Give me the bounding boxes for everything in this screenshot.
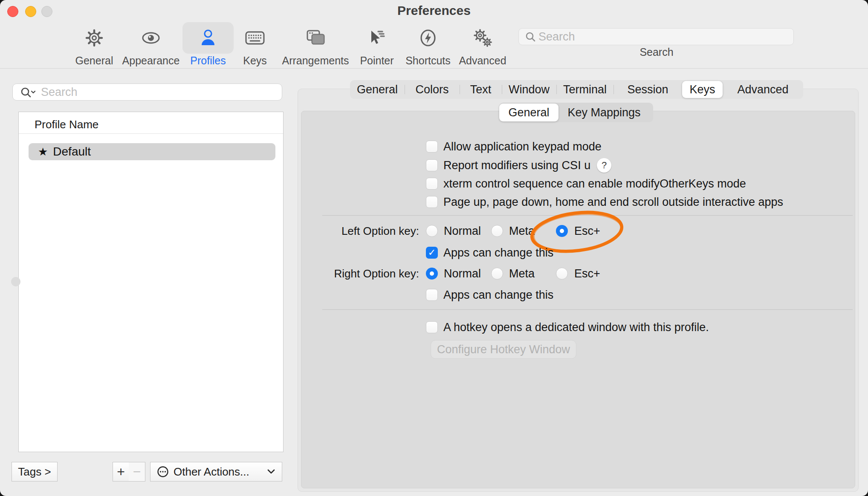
tags-button-label: Tags >: [18, 465, 51, 479]
left-option-normal-radio[interactable]: [426, 225, 438, 237]
star-icon: ★: [38, 145, 48, 159]
tab-advanced[interactable]: Advanced: [723, 80, 803, 99]
toolbar-item-profiles[interactable]: Profiles: [182, 22, 234, 67]
apps-change-left-checkbox[interactable]: [426, 247, 438, 259]
sidebar-resize-dot[interactable]: [11, 277, 20, 286]
window-title: Preferences: [0, 3, 868, 18]
scoped-search-icon[interactable]: [20, 87, 38, 98]
hotkey-checkbox[interactable]: [426, 321, 438, 333]
keyboard-icon: [244, 28, 266, 48]
cursor-icon: [367, 28, 387, 48]
circled-ellipsis-icon: [156, 465, 169, 478]
apps-change-right-label: Apps can change this: [443, 288, 553, 302]
apps-change-right-checkbox[interactable]: [426, 289, 438, 301]
profile-tabs: General Colors Text Window Terminal Sess…: [350, 80, 803, 99]
toolbar-item-arrangements[interactable]: Arrangements: [277, 22, 354, 67]
subtab-general[interactable]: General: [499, 104, 558, 121]
row-csi-u: Report modifiers using CSI u: [426, 156, 590, 175]
toolbar-item-appearance[interactable]: Appearance: [121, 22, 181, 67]
toolbar-label: Pointer: [353, 55, 400, 67]
left-option-esc-label: Esc+: [574, 225, 600, 238]
left-option-meta-label: Meta: [509, 225, 556, 238]
configure-hotkey-button[interactable]: Configure Hotkey Window: [431, 340, 576, 359]
profile-row-default[interactable]: ★ Default: [29, 143, 275, 160]
right-option-esc-label: Esc+: [574, 267, 600, 280]
tab-colors[interactable]: Colors: [405, 80, 460, 99]
toolbar-item-shortcuts[interactable]: Shortcuts: [400, 22, 456, 67]
tab-text[interactable]: Text: [460, 80, 502, 99]
other-actions-label: Other Actions...: [174, 465, 249, 479]
chevron-down-icon: [267, 469, 275, 474]
person-icon: [198, 28, 218, 48]
help-button[interactable]: ?: [597, 158, 611, 173]
toolbar-label: Appearance: [121, 55, 181, 67]
page-scroll-label: Page up, page down, home and end scroll …: [443, 196, 783, 209]
hotkey-label: A hotkey opens a dedicated window with t…: [443, 321, 709, 334]
toolbar-label: Arrangements: [277, 55, 354, 67]
csi-u-label: Report modifiers using CSI u: [443, 159, 590, 172]
windows-icon: [305, 28, 326, 48]
tab-terminal[interactable]: Terminal: [556, 80, 613, 99]
divider: [322, 215, 853, 216]
toolbar-item-advanced[interactable]: Advanced: [455, 22, 510, 67]
left-option-normal-label: Normal: [444, 225, 491, 238]
minus-icon: −: [133, 464, 141, 480]
row-xterm-modify: xterm control sequence can enable modify…: [426, 174, 746, 193]
row-apps-change-right: Apps can change this: [426, 285, 553, 304]
left-option-radios: Normal Meta Esc+: [426, 222, 600, 240]
allow-keypad-label: Allow application keypad mode: [443, 140, 602, 153]
preferences-window: Preferences General Appearance: [0, 0, 868, 496]
left-option-esc-radio[interactable]: [556, 225, 568, 237]
right-option-normal-radio[interactable]: [426, 268, 438, 280]
xterm-modify-checkbox[interactable]: [426, 178, 438, 190]
xterm-modify-label: xterm control sequence can enable modify…: [443, 177, 746, 190]
toolbar-label: Shortcuts: [400, 55, 456, 67]
right-option-esc-radio[interactable]: [556, 268, 568, 280]
tab-window[interactable]: Window: [502, 80, 556, 99]
left-option-label: Left Option key:: [298, 222, 419, 240]
gears-icon: [472, 28, 493, 48]
apps-change-left-label: Apps can change this: [443, 246, 553, 260]
row-apps-change-left: Apps can change this: [426, 243, 553, 262]
profile-list-column-header: Profile Name: [35, 118, 98, 131]
profile-list: Profile Name ★ Default: [18, 112, 284, 452]
tab-session[interactable]: Session: [613, 80, 682, 99]
other-actions-dropdown[interactable]: Other Actions...: [150, 462, 282, 482]
profile-name: Default: [53, 145, 91, 159]
gear-icon: [84, 28, 104, 48]
toolbar-label: Keys: [231, 55, 278, 67]
toolbar-search-caption: Search: [614, 46, 699, 58]
row-page-scroll: Page up, page down, home and end scroll …: [426, 193, 783, 211]
divider: [322, 309, 853, 310]
row-hotkey: A hotkey opens a dedicated window with t…: [426, 318, 709, 337]
tab-keys[interactable]: Keys: [682, 81, 723, 98]
add-profile-button[interactable]: +: [113, 462, 129, 482]
csi-u-checkbox[interactable]: [426, 159, 438, 171]
tab-general[interactable]: General: [350, 80, 405, 99]
divider: [19, 133, 283, 134]
plus-icon: +: [117, 464, 125, 480]
tags-button[interactable]: Tags >: [12, 462, 58, 482]
right-option-normal-label: Normal: [444, 267, 491, 280]
eye-icon: [141, 28, 161, 48]
search-icon: [525, 32, 536, 43]
toolbar-search-input[interactable]: [518, 28, 794, 45]
keys-subtabs: General Key Mappings: [499, 103, 653, 122]
bolt-circle-icon: [418, 28, 438, 48]
page-scroll-checkbox[interactable]: [426, 196, 438, 208]
toolbar-item-pointer[interactable]: Pointer: [353, 22, 400, 67]
toolbar-label: General: [71, 55, 118, 67]
profile-search-input[interactable]: [12, 84, 282, 101]
right-option-meta-label: Meta: [509, 267, 556, 280]
subtab-key-mappings[interactable]: Key Mappings: [558, 103, 650, 122]
toolbar-divider: [0, 68, 868, 69]
allow-keypad-checkbox[interactable]: [426, 141, 438, 153]
remove-profile-button[interactable]: −: [129, 462, 145, 482]
left-option-meta-radio[interactable]: [491, 225, 503, 237]
toolbar-item-general[interactable]: General: [71, 22, 118, 67]
toolbar-item-keys[interactable]: Keys: [231, 22, 278, 67]
right-option-meta-radio[interactable]: [491, 268, 503, 280]
toolbar-label: Advanced: [455, 55, 510, 67]
right-option-label: Right Option key:: [298, 264, 419, 283]
row-allow-keypad: Allow application keypad mode: [426, 137, 602, 156]
